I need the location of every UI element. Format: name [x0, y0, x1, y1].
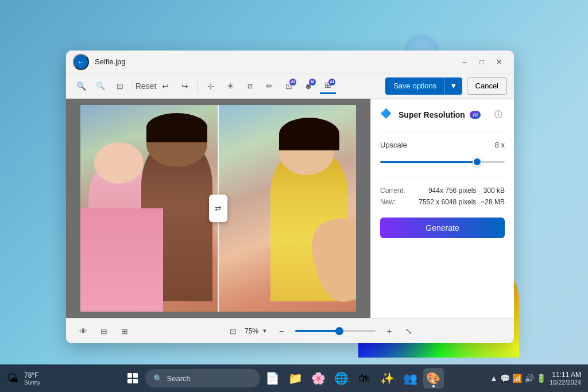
file-explorer-app[interactable]: 📁	[285, 368, 306, 389]
draw-button[interactable]: ✏	[261, 78, 277, 94]
copilot-app[interactable]: ✨	[377, 368, 398, 389]
photos-app[interactable]: 🌸	[308, 368, 329, 389]
taskbar-app-explorer-wrapper: 📁	[285, 368, 306, 389]
windows-logo	[127, 373, 138, 383]
current-pixels: 944x 756 pixels	[409, 187, 476, 195]
zoom-out-icon: 🔍	[96, 81, 105, 90]
notepad-app[interactable]: 📄	[262, 368, 283, 389]
clock-date: 10/22/2024	[550, 379, 581, 386]
draw-icon: ✏	[266, 81, 273, 91]
windows-logo-q1	[127, 373, 132, 378]
bottom-center-controls: ⊡ 75% ▼ − + ⤡	[137, 323, 505, 339]
layers-button[interactable]: ⊟	[96, 323, 112, 339]
panel-divider-2	[380, 177, 505, 177]
action-center-icon[interactable]: 💬	[500, 374, 510, 383]
taskbar-app-photos-wrapper: 🌸	[308, 368, 329, 389]
toolbar-right-actions: Save options ▼ Cancel	[385, 77, 507, 95]
close-button[interactable]: ✕	[491, 54, 507, 70]
reset-label: Reset	[136, 81, 157, 91]
upscale-slider-thumb[interactable]	[473, 157, 482, 166]
gen-erase-button[interactable]: ⊞ AI	[320, 78, 336, 94]
sticker-button[interactable]: ☻ AI	[300, 78, 316, 94]
current-label: Current:	[380, 187, 405, 195]
redo-icon: ↪	[181, 81, 188, 91]
split-handle[interactable]: ⇄	[209, 195, 227, 222]
zoom-slider-thumb[interactable]	[335, 327, 343, 335]
teams-app[interactable]: 👥	[400, 368, 421, 389]
redo-button[interactable]: ↪	[177, 78, 193, 94]
brightness-button[interactable]: ☀	[222, 78, 238, 94]
zoom-in-icon: 🔍	[76, 81, 86, 91]
save-options-button[interactable]: Save options	[385, 77, 444, 95]
window-title: Selfie.jpg	[95, 57, 457, 66]
taskbar-app-notepad-wrapper: 📄	[262, 368, 283, 389]
eye-button[interactable]: 👁	[75, 323, 91, 339]
windows-logo-q2	[133, 373, 138, 378]
ai-badge-1: AI	[289, 79, 296, 86]
battery-icon[interactable]: 🔋	[536, 374, 546, 383]
canvas-area: ⇄	[66, 99, 370, 318]
minimize-button[interactable]: –	[457, 54, 473, 70]
zoom-out-button[interactable]: 🔍	[92, 78, 109, 94]
back-button[interactable]: ←	[73, 54, 89, 70]
zoom-slider-track[interactable]	[295, 330, 376, 332]
right-panel: 🔷 Super Resolution AI ⓘ Upscale 8 x	[370, 99, 514, 318]
network-icon[interactable]: ▲	[490, 374, 498, 383]
eye-icon: 👁	[79, 327, 87, 336]
upscale-slider-container[interactable]	[380, 156, 505, 168]
zoom-in-bottom-icon: +	[387, 327, 392, 336]
start-button[interactable]	[122, 368, 143, 389]
search-icon: 🔍	[153, 374, 163, 383]
weather-temperature: 78°F	[24, 371, 40, 379]
main-toolbar: 🔍 🔍 ⊡ Reset ↩ ↪ ⊹ ☀	[66, 73, 514, 99]
wifi-icon[interactable]: 📶	[512, 374, 522, 383]
taskbar-app-paint-wrapper: 🎨	[423, 368, 444, 389]
ai-badge-panel: AI	[470, 111, 481, 119]
crop-button[interactable]: ⊹	[203, 78, 219, 94]
reset-button[interactable]: Reset	[138, 78, 154, 94]
cancel-button[interactable]: Cancel	[467, 77, 507, 95]
panel-header: 🔷 Super Resolution AI ⓘ	[380, 108, 505, 122]
window-controls: – □ ✕	[457, 54, 507, 70]
face-left	[94, 142, 144, 184]
zoom-out-bottom-button[interactable]: −	[273, 323, 289, 339]
panel-title: Super Resolution	[399, 110, 465, 119]
clock-widget[interactable]: 11:11 AM 10/22/2024	[550, 371, 581, 386]
windows-logo-q4	[133, 379, 138, 383]
zoom-percent-display: 75%	[245, 327, 258, 335]
split-view-button[interactable]: ⊞	[117, 323, 133, 339]
frame-button[interactable]: ⊡	[112, 78, 128, 94]
zoom-in-button[interactable]: 🔍	[73, 78, 89, 94]
new-pixels: 7552 x 6048 pixels	[409, 198, 476, 206]
brightness-icon: ☀	[227, 81, 234, 91]
layers-icon: ⊟	[100, 327, 107, 336]
undo-button[interactable]: ↩	[157, 78, 173, 94]
generate-button[interactable]: Generate	[380, 218, 505, 238]
fullscreen-button[interactable]: ⤡	[401, 323, 417, 339]
info-grid: Current: 944x 756 pixels 300 kB New: 755…	[380, 187, 505, 206]
save-options-dropdown-button[interactable]: ▼	[444, 77, 462, 95]
clock-time: 11:11 AM	[552, 371, 581, 379]
zoom-in-bottom-button[interactable]: +	[381, 323, 397, 339]
sound-icon[interactable]: 🔊	[524, 374, 534, 383]
split-view-icon: ⊞	[121, 327, 128, 336]
store-app[interactable]: 🛍	[354, 368, 375, 389]
info-button[interactable]: ⓘ	[492, 108, 505, 121]
info-icon: ⓘ	[494, 110, 502, 120]
remove-bg-button[interactable]: ⊡ AI	[281, 78, 297, 94]
panel-divider	[380, 131, 505, 131]
weather-condition: Sunny	[24, 379, 40, 386]
search-box[interactable]: 🔍 Search	[145, 369, 260, 387]
frame-icon: ⊡	[117, 81, 123, 91]
fullscreen-icon: ⤡	[405, 327, 412, 336]
upscale-slider-track	[380, 161, 505, 163]
toolbar-divider-2	[198, 80, 198, 92]
erase-button[interactable]: ⧄	[242, 78, 258, 94]
windows-logo-q3	[127, 379, 132, 383]
taskbar-app-teams-wrapper: 👥	[400, 368, 421, 389]
zoom-dropdown-button[interactable]: ▼	[260, 326, 270, 336]
edge-app[interactable]: 🌐	[331, 368, 352, 389]
frame-fit-button[interactable]: ⊡	[225, 323, 241, 339]
zoom-percentage-group: 75% ▼	[245, 326, 270, 336]
maximize-button[interactable]: □	[474, 54, 490, 70]
